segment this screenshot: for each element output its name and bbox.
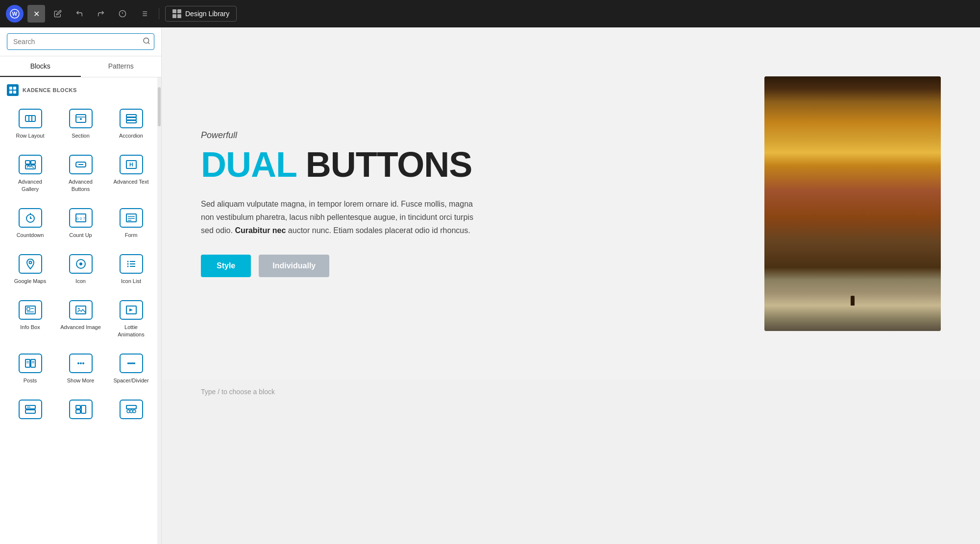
search-wrapper	[7, 33, 154, 50]
block-icon-icon-list	[120, 254, 143, 274]
block-icon-advanced-image	[69, 300, 93, 320]
svg-text:W: W	[12, 11, 18, 17]
style-button[interactable]: Style	[201, 255, 251, 277]
block-icon-lottie-animations	[120, 300, 143, 320]
scrollbar-thumb[interactable]	[158, 87, 161, 126]
editor-canvas: Powerfull DUAL BUTTONS Sed aliquam vulpu…	[162, 27, 980, 544]
block-label-advanced-image: Advanced Image	[60, 324, 101, 331]
block-item-google-maps[interactable]: Google Maps	[7, 248, 53, 290]
block-item-countdown[interactable]: Countdown	[7, 202, 53, 244]
wordpress-logo[interactable]: W	[6, 5, 24, 23]
svg-rect-54	[76, 306, 86, 314]
close-button[interactable]: ✕	[27, 5, 45, 23]
block-icon-posts	[19, 354, 42, 373]
svg-point-47	[127, 261, 128, 262]
svg-rect-13	[9, 87, 12, 90]
list-view-button[interactable]	[135, 5, 153, 23]
kadence-header: KADENCE BLOCKS	[7, 84, 154, 96]
block-item-row-layout[interactable]: Row Layout	[7, 103, 53, 145]
block-icon-section	[69, 109, 93, 128]
individually-button[interactable]: Individually	[259, 255, 329, 277]
svg-line-12	[148, 43, 149, 44]
block-label-icon-list: Icon List	[121, 278, 141, 284]
editor-area: Powerfull DUAL BUTTONS Sed aliquam vulpu…	[162, 27, 980, 544]
hero-buttons: Style Individually	[201, 255, 505, 277]
block-item-show-more[interactable]: Show More	[57, 348, 104, 390]
block-item-section[interactable]: Section	[57, 103, 104, 145]
block-item-icon[interactable]: Icon	[57, 248, 104, 290]
tabs-row: Blocks Patterns	[0, 56, 161, 77]
hero-section: Powerfull DUAL BUTTONS Sed aliquam vulpu…	[162, 27, 980, 380]
block-item-lottie-animations[interactable]: Lottie Animations	[108, 294, 154, 344]
sidebar-scroll-wrapper: KADENCE BLOCKS Row Layout	[0, 77, 161, 544]
svg-rect-70	[76, 405, 80, 409]
block-icon-row-layout	[19, 109, 42, 128]
tab-patterns[interactable]: Patterns	[81, 56, 162, 77]
block-icon-spacer-divider	[120, 354, 143, 373]
block-item-misc3[interactable]	[108, 394, 154, 429]
canyon-figure	[851, 296, 855, 306]
search-input[interactable]	[7, 33, 154, 50]
info-button[interactable]	[114, 5, 131, 23]
svg-rect-72	[76, 410, 80, 413]
block-label-advanced-text: Advanced Text	[114, 178, 149, 185]
block-icon-advanced-buttons	[69, 155, 93, 174]
block-icon-advanced-gallery	[19, 155, 42, 174]
block-item-advanced-gallery[interactable]: Advanced Gallery	[7, 149, 53, 198]
pencil-button[interactable]	[49, 5, 67, 23]
block-icon-countdown	[19, 208, 42, 228]
kadence-label: KADENCE BLOCKS	[23, 87, 77, 93]
svg-rect-25	[126, 120, 136, 123]
block-item-posts[interactable]: Posts	[7, 348, 53, 390]
undo-button[interactable]	[71, 5, 88, 23]
svg-rect-14	[13, 87, 16, 90]
block-icon-icon	[69, 254, 93, 274]
type-hint[interactable]: Type / to choose a block	[162, 380, 980, 403]
svg-rect-57	[25, 359, 30, 367]
hero-body-bold: Curabitur nec	[235, 226, 286, 235]
svg-point-63	[77, 362, 79, 364]
block-icon-misc3	[120, 400, 143, 419]
block-icon-show-more	[69, 354, 93, 373]
svg-text:H: H	[129, 162, 133, 167]
block-icon-count-up: 0 0 7	[69, 208, 93, 228]
block-item-misc1[interactable]	[7, 394, 53, 429]
hero-body: Sed aliquam vulputate magna, in tempor l…	[201, 197, 475, 237]
svg-point-43	[79, 262, 82, 265]
svg-point-41	[29, 261, 31, 264]
svg-point-74	[127, 410, 130, 413]
block-item-advanced-buttons[interactable]: Advanced Buttons	[57, 149, 104, 198]
block-label-lottie-animations: Lottie Animations	[111, 324, 151, 338]
svg-point-22	[80, 118, 82, 120]
block-label-show-more: Show More	[67, 377, 95, 384]
design-library-button[interactable]: Design Library	[165, 6, 237, 22]
svg-text:0 0 7: 0 0 7	[76, 216, 85, 221]
kadence-icon	[7, 84, 19, 96]
search-bar	[0, 27, 161, 56]
tab-blocks[interactable]: Blocks	[0, 56, 81, 77]
svg-rect-51	[27, 307, 30, 310]
toolbar-divider	[159, 8, 159, 20]
search-button[interactable]	[143, 37, 150, 47]
block-item-spacer-divider[interactable]: Spacer/Divider	[108, 348, 154, 390]
block-item-accordion[interactable]: Accordion	[108, 103, 154, 145]
svg-rect-17	[25, 116, 35, 121]
block-icon-accordion	[120, 109, 143, 128]
main-layout: Blocks Patterns KADENCE BLOCKS	[0, 27, 980, 544]
hero-image-placeholder	[764, 76, 941, 331]
svg-point-64	[80, 362, 82, 364]
block-label-accordion: Accordion	[119, 132, 143, 139]
block-item-info-box[interactable]: Info Box	[7, 294, 53, 344]
svg-point-75	[130, 410, 133, 413]
block-item-misc2[interactable]	[57, 394, 104, 429]
block-item-advanced-image[interactable]: Advanced Image	[57, 294, 104, 344]
block-item-form[interactable]: Form	[108, 202, 154, 244]
redo-button[interactable]	[92, 5, 110, 23]
hero-title: DUAL BUTTONS	[201, 146, 505, 184]
svg-rect-60	[31, 359, 35, 367]
block-item-count-up[interactable]: 0 0 7 Count Up	[57, 202, 104, 244]
block-item-advanced-text[interactable]: H Advanced Text	[108, 149, 154, 198]
block-icon-info-box	[19, 300, 42, 320]
svg-rect-71	[81, 405, 86, 413]
block-item-icon-list[interactable]: Icon List	[108, 248, 154, 290]
